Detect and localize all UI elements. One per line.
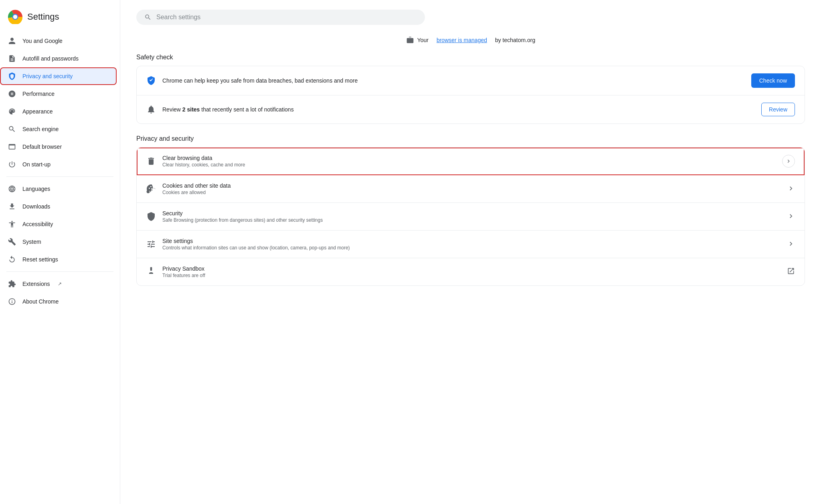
globe-icon [8,185,16,193]
person-icon [8,37,16,45]
site-settings-subtitle: Controls what information sites can use … [162,245,781,251]
power-icon [8,160,16,168]
sidebar-item-languages[interactable]: Languages [0,180,117,198]
trash-icon [146,156,156,166]
privacy-sandbox-row[interactable]: Privacy Sandbox Trial features are off [137,258,805,285]
sidebar-item-downloads[interactable]: Downloads [0,198,117,215]
managed-banner: Your browser is managed by techatom.org [136,36,805,44]
clear-browsing-data-row[interactable]: Clear browsing data Clear history, cooki… [137,148,805,175]
sidebar-label-appearance: Appearance [22,108,53,115]
clear-browsing-data-title: Clear browsing data [162,155,776,161]
managed-prefix: Your [417,37,429,43]
svg-point-2 [13,15,18,19]
managed-link[interactable]: browser is managed [437,37,487,43]
sidebar-label-reset-settings: Reset settings [22,256,58,263]
palette-icon [8,107,16,115]
managed-icon [406,36,414,44]
managed-suffix: by techatom.org [495,37,535,43]
review-action: Review [761,103,795,116]
bell-icon [146,105,156,114]
site-settings-chevron[interactable] [787,240,795,249]
sidebar-item-appearance[interactable]: Appearance [0,103,117,120]
sidebar-item-on-startup[interactable]: On start-up [0,156,117,173]
sidebar-item-autofill[interactable]: Autofill and passwords [0,50,117,67]
sidebar-divider-1 [6,176,113,177]
search-bar[interactable] [136,10,425,25]
search-input[interactable] [156,14,417,21]
info-icon [8,298,16,306]
sidebar-item-reset-settings[interactable]: Reset settings [0,251,117,268]
sidebar-label-extensions: Extensions [22,281,50,287]
security-content: Security Safe Browsing (protection from … [162,210,781,223]
reset-icon [8,255,16,263]
app-title: Settings [27,12,59,22]
privacy-sandbox-subtitle: Trial features are off [162,273,781,278]
safety-check-card: Chrome can help keep you safe from data … [136,66,805,124]
security-row[interactable]: Security Safe Browsing (protection from … [137,203,805,231]
cookie-icon [146,184,156,194]
site-settings-title: Site settings [162,238,781,244]
sidebar-label-languages: Languages [22,186,50,192]
sidebar-label-autofill: Autofill and passwords [22,55,79,62]
sidebar-item-system[interactable]: System [0,233,117,251]
sidebar-label-on-startup: On start-up [22,161,51,168]
site-settings-content: Site settings Controls what information … [162,238,781,251]
app-logo: Settings [0,6,120,32]
search-icon [8,125,16,133]
sidebar-item-privacy-security[interactable]: Privacy and security [0,67,117,85]
cookies-row[interactable]: Cookies and other site data Cookies are … [137,175,805,203]
sliders-icon [146,239,156,249]
safety-check-row-notifications[interactable]: Review 2 sites that recently sent a lot … [137,95,805,123]
safety-check-row-data-breaches[interactable]: Chrome can help keep you safe from data … [137,66,805,95]
sidebar-label-accessibility: Accessibility [22,221,53,227]
sidebar-item-accessibility[interactable]: Accessibility [0,215,117,233]
external-link-icon: ↗ [58,281,62,287]
sidebar-item-performance[interactable]: Performance [0,85,117,103]
privacy-sandbox-content: Privacy Sandbox Trial features are off [162,265,781,278]
browser-icon [8,143,16,151]
sidebar-item-default-browser[interactable]: Default browser [0,138,117,156]
sidebar-item-search-engine[interactable]: Search engine [0,120,117,138]
check-now-button[interactable]: Check now [751,73,795,88]
sidebar-label-privacy-security: Privacy and security [22,73,73,79]
safety-check-title: Safety check [136,54,805,61]
security-chevron[interactable] [787,212,795,221]
safety-check-text-data-breaches: Chrome can help keep you safe from data … [162,77,745,84]
sidebar-label-about-chrome: About Chrome [22,298,59,305]
privacy-sandbox-external[interactable] [787,267,795,277]
security-shield-icon [146,212,156,221]
sidebar-label-search-engine: Search engine [22,126,59,132]
shield-icon [8,72,16,80]
safety-check-content-data-breaches: Chrome can help keep you safe from data … [162,77,745,84]
puzzle-icon [8,280,16,288]
download-icon [8,202,16,211]
flask-icon [146,267,156,277]
gauge-icon [8,90,16,98]
review-button[interactable]: Review [761,103,795,116]
sidebar-label-you-and-google: You and Google [22,38,63,44]
main-content: Your browser is managed by techatom.org … [120,0,821,504]
cookies-subtitle: Cookies are allowed [162,190,781,195]
accessibility-icon [8,220,16,228]
cookies-title: Cookies and other site data [162,182,781,189]
shield-safe-icon [146,76,156,85]
security-title: Security [162,210,781,217]
clear-browsing-chevron-circle[interactable] [782,155,795,168]
sidebar-label-downloads: Downloads [22,203,50,210]
clear-browsing-data-subtitle: Clear history, cookies, cache and more [162,162,776,168]
sidebar-divider-2 [6,271,113,272]
sidebar-item-extensions[interactable]: Extensions ↗ [0,275,117,293]
safety-check-content-notifications: Review 2 sites that recently sent a lot … [162,106,755,113]
clear-browsing-data-content: Clear browsing data Clear history, cooki… [162,155,776,168]
sidebar-label-performance: Performance [22,91,55,97]
chrome-logo-icon [8,10,22,24]
sidebar-item-about-chrome[interactable]: About Chrome [0,293,117,310]
sidebar: Settings You and Google Autofill and pas… [0,0,120,504]
privacy-security-card: Clear browsing data Clear history, cooki… [136,147,805,286]
sidebar-item-you-and-google[interactable]: You and Google [0,32,117,50]
check-now-action: Check now [751,73,795,88]
safety-check-text-notifications-prefix: Review 2 sites that recently sent a lot … [162,106,755,113]
sidebar-label-system: System [22,239,41,245]
cookies-chevron[interactable] [787,184,795,194]
site-settings-row[interactable]: Site settings Controls what information … [137,231,805,258]
